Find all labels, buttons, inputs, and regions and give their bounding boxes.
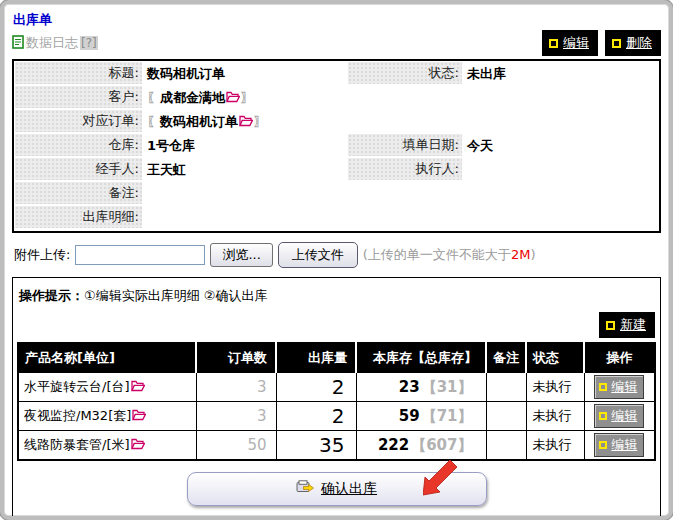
- confirm-row: 确认出库: [17, 472, 656, 506]
- row-edit-label: 编辑: [611, 378, 637, 396]
- field-label-executor: 执行人:: [348, 158, 462, 182]
- warning-note-rest: ，则可能是某产品的本库存量<出库量: [318, 516, 537, 520]
- remark-cell: [486, 431, 526, 461]
- folder-icon[interactable]: [226, 91, 240, 106]
- customer-name: 成都金满地: [160, 90, 225, 105]
- edit-button-label: 编辑: [563, 34, 589, 52]
- form-row-title: 标题: 数码相机订单 状态: 未出库: [15, 62, 658, 86]
- operation-tips: 操作提示：①编辑实际出库明细 ②确认出库: [19, 287, 656, 305]
- edit-button[interactable]: 编辑: [542, 30, 598, 56]
- attachment-label: 附件上传:: [14, 246, 70, 264]
- operation-tips-text: ①编辑实际出库明细 ②确认出库: [84, 288, 267, 303]
- field-value-warehouse: 1号仓库: [142, 134, 348, 158]
- upload-hint-text: (上传的单一文件不能大于: [363, 247, 511, 262]
- folder-icon[interactable]: [131, 380, 145, 395]
- row-edit-button[interactable]: 编辑: [594, 433, 644, 457]
- row-edit-button[interactable]: 编辑: [594, 404, 644, 428]
- out-qty-cell: 2: [276, 402, 356, 431]
- field-label-handler: 经手人:: [15, 158, 142, 182]
- order-qty-cell: 50: [196, 431, 276, 461]
- field-value-title: 数码相机订单: [142, 62, 348, 86]
- product-name-link[interactable]: 夜视监控/M32[套]: [24, 408, 131, 423]
- stock-value: 59: [399, 407, 420, 425]
- col-header-out-qty: 出库量: [276, 343, 356, 373]
- stock-value: 222: [378, 436, 409, 454]
- field-value-executor: [462, 158, 658, 182]
- product-cell: 水平旋转云台/[台]: [18, 373, 196, 402]
- log-icon: [12, 35, 24, 52]
- product-name-link[interactable]: 水平旋转云台/[台]: [24, 379, 130, 394]
- table-row: 线路防暴套管/[米] 50 35 222【607】 未执行 编辑: [18, 431, 655, 461]
- action-cell: 编辑: [584, 431, 655, 461]
- row-edit-label: 编辑: [611, 407, 637, 425]
- field-label-warehouse: 仓库:: [15, 134, 142, 158]
- total-stock-value: 【31】: [422, 378, 473, 396]
- field-value-fill-date: 今天: [462, 134, 658, 158]
- remark-cell: [486, 402, 526, 431]
- related-order-name: 数码相机订单: [160, 114, 238, 129]
- col-header-order-qty: 订单数: [196, 343, 276, 373]
- field-label-remark: 备注:: [15, 182, 142, 206]
- browse-button[interactable]: 浏览...: [210, 243, 272, 267]
- toolbar-actions: 编辑 删除: [542, 30, 661, 56]
- order-qty-cell: 3: [196, 373, 276, 402]
- col-header-remark: 备注: [486, 343, 526, 373]
- attachment-file-input[interactable]: [75, 245, 205, 265]
- stock-cell: 23【31】: [356, 373, 486, 402]
- out-qty-cell: 35: [276, 431, 356, 461]
- customer-link[interactable]: 〖成都金满地〗: [142, 86, 658, 110]
- row-edit-button[interactable]: 编辑: [594, 375, 644, 399]
- col-header-product: 产品名称[单位]: [18, 343, 196, 373]
- bracket-open: 〖: [147, 90, 160, 105]
- folder-icon[interactable]: [239, 115, 253, 130]
- delete-button[interactable]: 删除: [605, 30, 661, 56]
- items-table: 产品名称[单位] 订单数 出库量 本库存【总库存】 备注 状态 操作 水平旋转云…: [17, 342, 656, 461]
- stock-cell: 222【607】: [356, 431, 486, 461]
- col-header-status: 状态: [526, 343, 584, 373]
- related-order-link[interactable]: 〖数码相机订单〗: [142, 110, 658, 134]
- operation-tips-title: 操作提示：: [19, 288, 84, 303]
- help-icon[interactable]: [?]: [80, 36, 98, 50]
- warning-note: 注意：如果看不到确认出库按钮，则可能是某产品的本库存量<出库量: [17, 515, 656, 520]
- operation-section: 操作提示：①编辑实际出库明细 ②确认出库 新建 产品名称[单位] 订单数 出库量…: [12, 277, 661, 520]
- field-label-customer: 客户:: [15, 86, 142, 110]
- action-cell: 编辑: [584, 402, 655, 431]
- out-qty-cell: 2: [276, 373, 356, 402]
- bracket-close: 〗: [241, 90, 254, 105]
- form-row-handler: 经手人: 王天虹 执行人:: [15, 158, 658, 182]
- order-detail-form: 标题: 数码相机订单 状态: 未出库 客户: 〖成都金满地〗 对应订单: 〖数码…: [12, 59, 661, 233]
- delete-button-label: 删除: [626, 34, 652, 52]
- remark-cell: [486, 373, 526, 402]
- field-label-title: 标题:: [15, 62, 142, 86]
- window-frame: 出库单 数据日志 [?] 编辑 删除 标题: 数码相机订单 状态: 未出库: [0, 0, 673, 520]
- status-cell: 未执行: [526, 402, 584, 431]
- folder-icon[interactable]: [131, 438, 145, 453]
- data-log-label: 数据日志: [26, 34, 78, 52]
- new-button[interactable]: 新建: [599, 312, 655, 338]
- pointer-arrow-icon: [423, 459, 463, 499]
- toolbar: 数据日志 [?] 编辑 删除: [12, 32, 661, 54]
- bracket-close: 〗: [254, 114, 267, 129]
- order-qty-cell: 3: [196, 402, 276, 431]
- checkbox-icon: [599, 412, 607, 420]
- data-log-link[interactable]: 数据日志 [?]: [12, 34, 98, 52]
- upload-button[interactable]: 上传文件: [278, 242, 358, 268]
- checkbox-icon: [606, 321, 615, 330]
- folder-icon[interactable]: [132, 409, 146, 424]
- stock-cell: 59【71】: [356, 402, 486, 431]
- table-header-row: 产品名称[单位] 订单数 出库量 本库存【总库存】 备注 状态 操作: [18, 343, 655, 373]
- product-name-link[interactable]: 线路防暴套管/[米]: [24, 437, 130, 452]
- field-label-status: 状态:: [348, 62, 462, 86]
- status-cell: 未执行: [526, 373, 584, 402]
- field-label-out-detail: 出库明细:: [15, 206, 142, 230]
- form-row-related-order: 对应订单: 〖数码相机订单〗: [15, 110, 658, 134]
- upload-hint: (上传的单一文件不能大于2M): [363, 246, 536, 264]
- total-stock-value: 【71】: [422, 407, 473, 425]
- form-row-customer: 客户: 〖成都金满地〗: [15, 86, 658, 110]
- form-row-remark: 备注:: [15, 182, 658, 206]
- warning-note-bold: 注意：如果看不到确认出库按钮: [136, 516, 318, 520]
- attachment-upload-row: 附件上传: 浏览... 上传文件 (上传的单一文件不能大于2M): [14, 242, 661, 268]
- bracket-open: 〖: [147, 114, 160, 129]
- confirm-stockout-icon: [296, 480, 315, 498]
- checkbox-icon: [612, 39, 621, 48]
